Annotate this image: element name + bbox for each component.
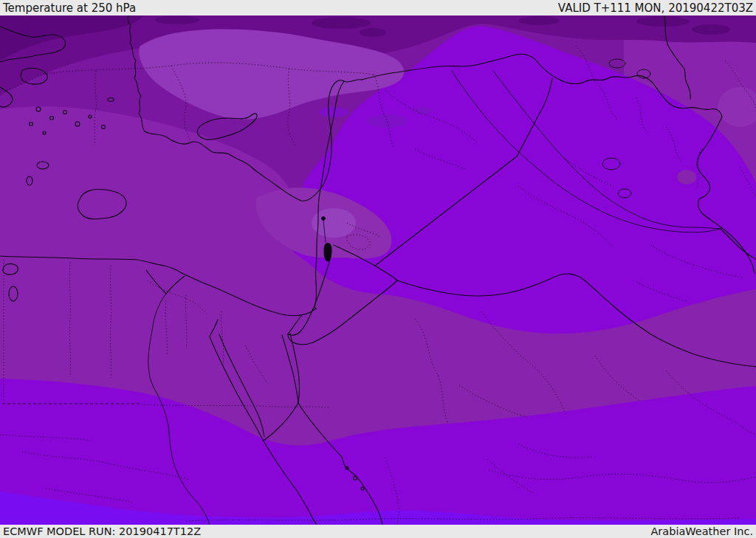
- cold-blob: [636, 16, 690, 27]
- model-run-label: ECMWF MODEL RUN: 20190417T12Z: [3, 525, 201, 537]
- sea-of-galilee: [322, 217, 325, 220]
- cold-blob: [312, 17, 371, 29]
- fill-dull-blob-saudi: [357, 377, 389, 396]
- cold-blob: [518, 16, 560, 25]
- weather-map-app: Temperature at 250 hPa VALID T+111 MON, …: [0, 0, 756, 538]
- page-title: Temperature at 250 hPa: [3, 1, 136, 15]
- dead-sea: [324, 243, 331, 261]
- fill-dull-blob-iraq: [677, 170, 696, 184]
- cold-blob: [155, 15, 199, 24]
- footer-bar: ECMWF MODEL RUN: 20190417T12Z ArabiaWeat…: [0, 525, 756, 538]
- temperature-fill-layers: [0, 15, 756, 525]
- cold-blob: [692, 24, 730, 35]
- temperature-map: [0, 15, 756, 525]
- branding-label: ArabiaWeather Inc.: [650, 525, 753, 537]
- map-canvas: [0, 15, 756, 525]
- valid-time-label: VALID T+111 MON, 20190422T03Z: [558, 1, 753, 15]
- temp-blob: [366, 114, 408, 128]
- header-bar: Temperature at 250 hPa VALID T+111 MON, …: [0, 0, 756, 15]
- cold-blob: [360, 28, 386, 37]
